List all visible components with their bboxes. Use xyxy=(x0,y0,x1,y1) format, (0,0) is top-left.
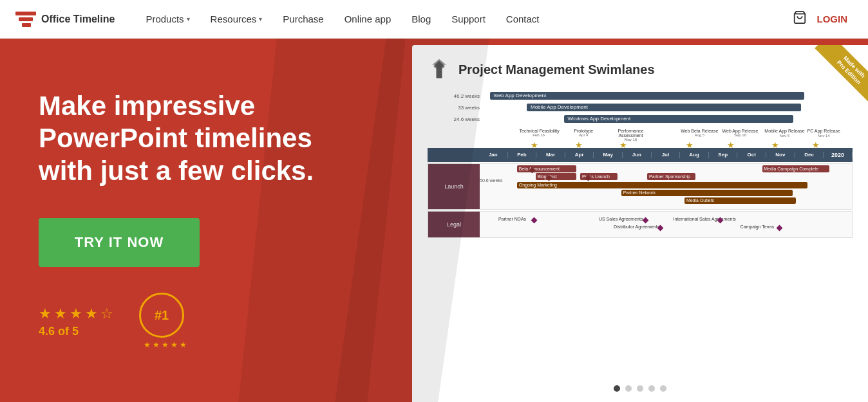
logo[interactable]: Office Timeline xyxy=(15,12,115,27)
milestone-label-3: Performance Assessment May 16 xyxy=(609,129,654,142)
nav-contact[interactable]: Contact xyxy=(496,0,550,39)
month-aug: Aug xyxy=(680,152,709,158)
logo-icon xyxy=(15,12,36,27)
milestone-label-4: Web Beta Release Aug 5 xyxy=(679,129,721,137)
dot-2[interactable] xyxy=(625,385,632,392)
month-may: May xyxy=(594,152,623,158)
month-jun: Jun xyxy=(623,152,652,158)
carousel-dots xyxy=(412,380,868,397)
badge-area: #1 ★ ★ ★ ★ ★ xyxy=(139,293,191,351)
milestone-star-5: ★ xyxy=(727,140,735,150)
milestone-label-5: Web App Release Sep 18 xyxy=(719,129,761,137)
diamond-dist xyxy=(657,225,664,232)
swimlane-launch: Launch 50.6 weeks Beta Announcement Blog… xyxy=(428,163,853,210)
month-dec: Dec xyxy=(795,152,824,158)
swimlane-legal: Legal Partner NDAs US Sales Agreements I… xyxy=(428,211,853,238)
badge-star-5: ★ xyxy=(180,340,187,349)
number-one-badge: #1 xyxy=(139,293,184,338)
try-it-now-button[interactable]: TRY IT NOW xyxy=(39,218,200,267)
gantt-bar-label-3: Windows App Development xyxy=(568,116,631,122)
nav-resources[interactable]: Resources ▾ xyxy=(200,0,273,39)
chevron-down-icon: ▾ xyxy=(259,15,262,23)
gantt-top-bars: 46.2 weeks Web App Development 33 weeks … xyxy=(428,91,853,123)
gantt-bar-label-2: Mobile App Development xyxy=(531,104,588,110)
swim-bar-beta: Beta Announcement xyxy=(517,165,576,172)
dot-3[interactable] xyxy=(637,385,643,392)
milestone-star-7: ★ xyxy=(812,140,820,150)
dot-1[interactable] xyxy=(614,385,620,392)
badge-star-3: ★ xyxy=(162,340,169,349)
cart-icon[interactable] xyxy=(788,10,812,28)
month-apr: Apr xyxy=(565,152,594,158)
legal-label-us: US Sales Agreements xyxy=(599,217,643,221)
diamond-nda xyxy=(531,217,537,224)
milestone-label-6: Mobile App ReleaseNov 5 xyxy=(764,129,806,138)
star-1: ★ xyxy=(39,306,52,322)
swim-bar-ongoing: Ongoing Marketing xyxy=(517,182,807,188)
swim-bar-blog: Blog Post xyxy=(536,173,577,180)
nav-support[interactable]: Support xyxy=(441,0,496,39)
milestone-label-1: Technical Feasibility Feb 16 xyxy=(520,129,558,137)
legal-label-nda: Partner NDAs xyxy=(498,217,526,221)
star-3: ★ xyxy=(70,306,82,322)
star-half: ☆ xyxy=(100,306,113,322)
badge-star-2: ★ xyxy=(153,340,160,349)
nav-purchase[interactable]: Purchase xyxy=(272,0,334,39)
chart-title: Project Management Swimlanes xyxy=(458,62,655,77)
logo-text: Office Timeline xyxy=(41,14,115,25)
gantt-bar-label-1: Web App Development xyxy=(494,93,547,98)
month-2020: 2020 xyxy=(824,152,853,158)
swim-bar-media: Media Campaign Complete xyxy=(762,165,829,172)
star-2: ★ xyxy=(54,306,67,322)
month-oct: Oct xyxy=(737,152,766,158)
badge-star-4: ★ xyxy=(171,340,178,349)
dot-4[interactable] xyxy=(648,385,655,392)
milestone-star-6: ★ xyxy=(771,140,779,150)
nav-online-app[interactable]: Online app xyxy=(334,0,402,39)
milestone-star-4: ★ xyxy=(686,140,693,150)
legal-label-dist: Distributor Agreements xyxy=(614,224,659,229)
navbar: Office Timeline Products ▾ Resources ▾ P… xyxy=(0,0,868,39)
swim-bar-partner-sp: Partner Sponsorship xyxy=(647,173,695,180)
legal-label-intl: International Sales Agreements xyxy=(674,217,736,221)
milestone-row: Technical Feasibility Feb 16 Prototype A… xyxy=(428,129,853,147)
diamond-campaign xyxy=(777,225,783,232)
month-nov: Nov xyxy=(766,152,795,158)
hero-section: Make impressive PowerPoint timelines wit… xyxy=(0,39,868,402)
milestone-star-2: ★ xyxy=(575,140,583,150)
swim-weeks-label: 50.6 weeks xyxy=(480,178,502,183)
legal-label-campaign: Campaign Terms xyxy=(741,224,775,229)
milestone-label-7: PC App ReleaseNov 14 xyxy=(804,129,843,138)
hero-headline: Make impressive PowerPoint timelines wit… xyxy=(39,90,373,187)
milestone-star-1: ★ xyxy=(531,140,538,150)
swimlane-content-launch: 50.6 weeks Beta Announcement Blog Post P… xyxy=(480,164,852,209)
swim-bar-partner-net: Partner Network xyxy=(621,190,793,196)
dot-5[interactable] xyxy=(660,385,666,392)
rating-area: ★ ★ ★ ★ ☆ 4.6 of 5 #1 ★ ★ ★ ★ ★ xyxy=(39,293,373,351)
swimlane-content-legal: Partner NDAs US Sales Agreements Interna… xyxy=(480,212,852,237)
milestone-star-3: ★ xyxy=(619,140,627,150)
milestone-label-2: Prototype Apr 4 xyxy=(567,129,599,137)
chevron-down-icon: ▾ xyxy=(187,15,190,23)
month-jul: Jul xyxy=(652,152,681,158)
month-mar: Mar xyxy=(536,152,565,158)
star-rating: ★ ★ ★ ★ ☆ 4.6 of 5 xyxy=(39,306,113,338)
nav-products[interactable]: Products ▾ xyxy=(135,0,200,39)
star-4: ★ xyxy=(85,306,98,322)
hero-left: Make impressive PowerPoint timelines wit… xyxy=(0,39,412,402)
rating-text: 4.6 of 5 xyxy=(39,325,113,338)
month-sep: Sep xyxy=(709,152,738,158)
badge-star-1: ★ xyxy=(144,340,151,349)
login-button[interactable]: LOGIN xyxy=(812,14,853,24)
nav-blog[interactable]: Blog xyxy=(401,0,441,39)
diamond-us xyxy=(643,217,649,224)
swim-bar-media-outlets: Media Outlets xyxy=(684,197,796,204)
timeline-axis: Jan Feb Mar Apr May Jun Jul Aug Sep Oct … xyxy=(428,148,853,162)
month-jan: Jan xyxy=(479,152,508,158)
month-feb: Feb xyxy=(508,152,537,158)
